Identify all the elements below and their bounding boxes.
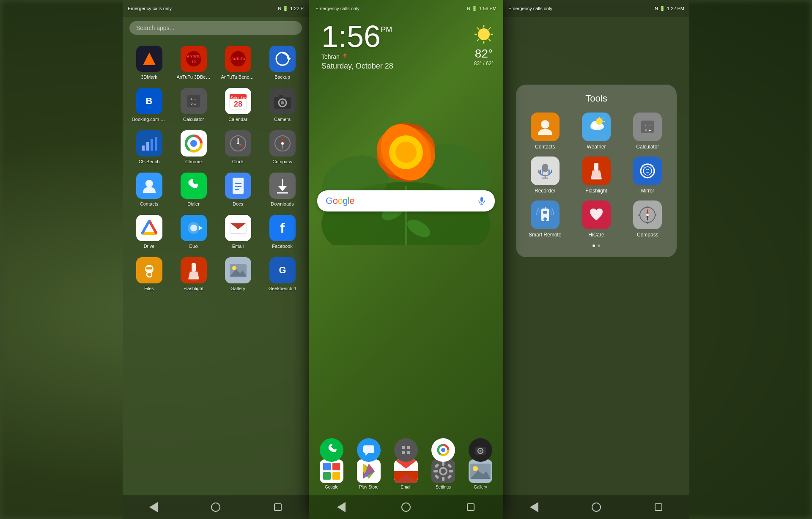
app-search-bar[interactable]: Search apps... [129,21,302,35]
right-status-right: N 🔋 1:22 PM [655,6,684,11]
tool-smartremote[interactable]: Smart Remote [523,200,567,238]
svg-point-73 [395,142,417,163]
center-home-button[interactable] [398,499,414,516]
bottom-applist[interactable] [394,438,418,462]
left-recent-button[interactable] [269,499,286,516]
center-status-bar: Emergency calls only N 🔋 1:56 PM [309,0,503,17]
dock-settings[interactable]: Settings [431,459,455,489]
svg-point-148 [591,178,602,180]
app-drive-label: Drive [144,244,155,249]
app-flashlight-label: Flashlight [184,286,203,291]
svg-rect-125 [478,446,480,448]
app-backup[interactable]: Backup [261,42,304,83]
right-home-button[interactable] [588,499,605,516]
svg-point-119 [407,451,410,454]
app-antutu-label: AnTuTu Bench... [221,74,255,80]
app-flashlight[interactable]: Flashlight [172,254,215,294]
dock-gallery[interactable]: Gallery [469,459,492,489]
app-facebook[interactable]: f Facebook [261,211,304,252]
tool-contacts-label: Contacts [535,144,555,150]
left-status-bar: Emergency calls only N 🔋 1:22 P [123,0,309,17]
left-back-button[interactable] [145,499,162,516]
tool-recorder[interactable]: Recorder [523,157,567,194]
app-contacts[interactable]: Contacts [128,169,170,210]
google-logo: Google [326,195,354,206]
tool-calculator-label: Calculator [636,144,659,150]
app-camera[interactable]: Camera [261,85,304,125]
tool-contacts[interactable]: Contacts [523,113,567,150]
app-compass-label: Compass [272,159,292,164]
bottom-camera[interactable] [469,438,492,462]
app-3dmark[interactable]: 3DMark [128,42,170,83]
app-booking-label: Booking.com H... [132,117,166,122]
tools-grid: Contacts [523,113,670,238]
tools-folder: Tools Contacts [516,85,677,257]
app-gallery[interactable]: Gallery [217,254,259,294]
svg-point-112 [473,466,478,471]
svg-text:AnTuTu: AnTuTu [187,54,200,58]
app-dialer[interactable]: Dialer [172,169,215,210]
center-back-button[interactable] [333,499,350,516]
tool-mirror[interactable]: Mirror [625,157,670,194]
app-docs-label: Docs [233,201,243,206]
right-back-button[interactable] [526,499,543,516]
center-recent-button[interactable] [462,499,479,516]
right-recent-button[interactable] [650,499,667,516]
svg-rect-56 [192,263,196,272]
app-duo[interactable]: Duo [172,211,215,252]
tool-calculator[interactable]: + − × ÷ Calculator [625,113,670,150]
dock-row: Google [313,459,499,489]
app-chrome[interactable]: Chrome [172,127,215,168]
svg-text:W: W [638,214,641,217]
app-compass[interactable]: Compass [261,127,304,168]
app-antutu3d[interactable]: AnTuTu 3D AnTuTu 3DBen... [172,42,215,83]
dock-email-center[interactable]: Email [394,459,418,489]
svg-rect-104 [442,477,444,481]
tool-weather[interactable]: Weather [574,113,618,150]
app-drive[interactable]: Drive [128,211,170,252]
svg-point-2 [186,51,201,66]
app-calculator-label: Calculator [183,117,204,122]
tool-flashlight[interactable]: Flashlight [574,157,618,194]
center-nav-bar [309,495,503,519]
svg-point-130 [596,118,603,125]
app-files[interactable]: Files [128,254,170,294]
app-docs[interactable]: Docs [217,169,259,210]
svg-text:Saturday: Saturday [230,96,246,100]
bottom-messages[interactable] [357,438,381,462]
app-geekbench[interactable]: G Geekbench 4 [261,254,304,294]
bottom-phone[interactable] [320,438,343,462]
left-home-button[interactable] [207,499,224,516]
app-antutu[interactable]: AnTuTu AnTuTu Bench... [217,42,259,83]
dock-google[interactable]: Google [320,459,343,489]
app-downloads[interactable]: Downloads [261,169,304,210]
app-booking[interactable]: B Booking.com H... [128,85,170,125]
left-status-time: 1:22 P [290,6,304,11]
svg-rect-105 [433,470,438,472]
dock-gallery-label: Gallery [474,485,487,489]
dock-email-label: Email [401,485,411,489]
tool-weather-label: Weather [587,144,606,150]
dock-playstore[interactable]: Play Store [357,459,381,489]
center-status-icons: N 🔋 [467,6,477,11]
tool-hicare[interactable]: HiCare [574,200,618,238]
svg-point-155 [543,217,547,221]
app-clock[interactable]: Clock [217,127,259,168]
app-calendar[interactable]: Saturday 28 Calendar [217,85,259,125]
app-email[interactable]: Email [217,211,259,252]
svg-rect-107 [434,463,439,468]
svg-point-30 [237,143,239,144]
center-status-time: 1:56 PM [479,6,497,11]
right-status-bar: Emergency calls only N 🔋 1:22 PM [503,0,689,17]
svg-marker-41 [278,186,287,191]
app-chrome-label: Chrome [185,159,202,164]
google-search-bar[interactable]: Google [317,190,495,211]
app-calculator[interactable]: + − × ÷ Calculator [172,85,215,125]
app-downloads-label: Downloads [271,201,294,206]
right-phone: Emergency calls only N 🔋 1:22 PM Tools [503,0,689,519]
bottom-chrome[interactable] [431,438,455,462]
mic-icon[interactable] [477,196,486,206]
tool-compass[interactable]: N S W E Compass [625,200,670,238]
left-status-icons: N 🔋 [278,6,288,11]
app-cfbench[interactable]: CF-Bench [128,127,170,168]
